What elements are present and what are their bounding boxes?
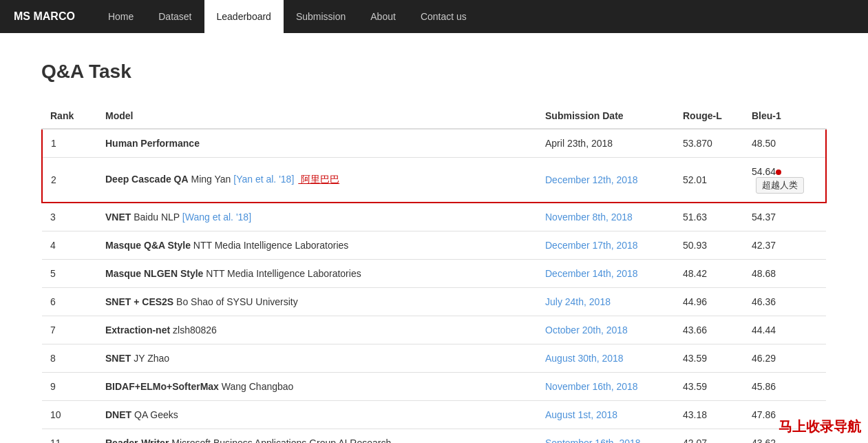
cell-rank: 10 [42,401,97,429]
cell-bleu: 54.64超越人类 [743,158,826,203]
nav-dataset[interactable]: Dataset [146,0,204,33]
cell-date[interactable]: August 30th, 2018 [537,344,675,373]
col-rouge: Rouge-L [675,103,743,129]
cell-rank: 9 [42,373,97,401]
nav-about[interactable]: About [358,0,408,33]
date-link[interactable]: December 12th, 2018 [545,174,638,185]
cell-bleu: 45.86 [743,373,826,401]
model-name: Extraction-net [105,324,170,336]
cell-bleu: 48.50 [743,129,826,158]
table-header-row: Rank Model Submission Date Rouge-L Bleu-… [42,103,826,129]
leaderboard-table: Rank Model Submission Date Rouge-L Bleu-… [41,103,827,443]
navbar: MS MARCO Home Dataset Leaderboard Submis… [0,0,868,33]
cell-rank: 4 [42,231,97,260]
table-body: 1Human PerformanceApril 23th, 201853.870… [42,129,826,443]
model-name: Masque NLGEN Style [105,268,203,279]
cell-model: SNET JY Zhao [97,344,537,373]
model-link1[interactable]: [Wang et al. '18] [180,212,251,223]
cell-rouge: 50.93 [675,231,743,260]
nav-submission[interactable]: Submission [284,0,358,33]
cell-rouge: 52.01 [675,158,743,203]
cell-rouge: 43.59 [675,373,743,401]
cell-date[interactable]: December 14th, 2018 [537,260,675,288]
model-name: Deep Cascade QA [105,174,189,185]
cell-date[interactable]: October 20th, 2018 [537,316,675,344]
cell-rank: 11 [42,429,97,444]
date-link[interactable]: September 16th, 2018 [545,437,641,443]
cell-date[interactable]: November 8th, 2018 [537,203,675,231]
model-extra: Ming Yan [189,174,231,185]
cell-model: BIDAF+ELMo+SofterMax Wang Changbao [97,373,537,401]
table-row: 8SNET JY ZhaoAugust 30th, 201843.5946.29 [42,344,826,373]
model-extra: Baidu NLP [131,212,180,223]
table-row: 7Extraction-net zlsh80826October 20th, 2… [42,316,826,344]
nav-home[interactable]: Home [96,0,146,33]
cell-rouge: 44.96 [675,288,743,316]
model-link2[interactable]: 阿里巴巴 [298,174,339,185]
col-model: Model [97,103,537,129]
cell-date[interactable]: September 16th, 2018 [537,429,675,444]
date-link[interactable]: December 17th, 2018 [545,240,638,251]
model-extra: JY Zhao [131,353,169,364]
cell-date[interactable]: December 17th, 2018 [537,231,675,260]
table-row: 6SNET + CES2S Bo Shao of SYSU University… [42,288,826,316]
model-extra: NTT Media Intelligence Laboratories [203,268,361,279]
cell-model: Human Performance [97,129,537,158]
cell-bleu: 46.29 [743,344,826,373]
model-name: DNET [105,409,131,420]
cell-rouge: 43.59 [675,344,743,373]
brand-logo: MS MARCO [14,10,75,23]
date-link[interactable]: November 16th, 2018 [545,381,638,392]
model-extra: Wang Changbao [219,381,293,392]
cell-rouge: 43.66 [675,316,743,344]
cell-model: Masque Q&A Style NTT Media Intelligence … [97,231,537,260]
table-row: 9BIDAF+ELMo+SofterMax Wang ChangbaoNovem… [42,373,826,401]
model-name: Human Performance [105,138,200,149]
cell-model: VNET Baidu NLP [Wang et al. '18] [97,203,537,231]
model-name: VNET [105,212,131,223]
cell-date: April 23th, 2018 [537,129,675,158]
cell-rouge: 51.63 [675,203,743,231]
model-name: BIDAF+ELMo+SofterMax [105,381,219,392]
cell-date[interactable]: August 1st, 2018 [537,401,675,429]
col-date: Submission Date [537,103,675,129]
cell-date[interactable]: November 16th, 2018 [537,373,675,401]
date-link[interactable]: August 1st, 2018 [545,409,617,420]
table-row: 3VNET Baidu NLP [Wang et al. '18]Novembe… [42,203,826,231]
table-row: 2Deep Cascade QA Ming Yan [Yan et al. '1… [42,158,826,203]
main-content: Q&A Task Rank Model Submission Date Roug… [0,33,868,443]
model-extra: Microsoft Business Applications Group AI… [169,437,391,443]
nav-leaderboard[interactable]: Leaderboard [204,0,284,33]
nav-items: Home Dataset Leaderboard Submission Abou… [96,0,479,33]
cell-rank: 6 [42,288,97,316]
date-link[interactable]: August 30th, 2018 [545,353,624,364]
nav-contact[interactable]: Contact us [408,0,479,33]
date-link[interactable]: December 14th, 2018 [545,268,638,279]
cell-model: Extraction-net zlsh80826 [97,316,537,344]
model-name: Masque Q&A Style [105,240,191,251]
date-link[interactable]: July 24th, 2018 [545,296,611,307]
cell-model: Reader-Writer Microsoft Business Applica… [97,429,537,444]
cell-rouge: 53.870 [675,129,743,158]
model-link1[interactable]: [Yan et al. '18] [231,174,294,185]
cell-date[interactable]: December 12th, 2018 [537,158,675,203]
cell-rank: 2 [42,158,97,203]
cell-rank: 3 [42,203,97,231]
cell-model: SNET + CES2S Bo Shao of SYSU University [97,288,537,316]
date-link[interactable]: November 8th, 2018 [545,212,633,223]
model-extra: Bo Shao of SYSU University [173,296,298,307]
cell-date[interactable]: July 24th, 2018 [537,288,675,316]
model-name: Reader-Writer [105,437,169,443]
cell-rank: 8 [42,344,97,373]
page-title: Q&A Task [41,61,827,83]
model-extra: QA Geeks [131,409,178,420]
cell-rouge: 43.18 [675,401,743,429]
model-name: SNET + CES2S [105,296,173,307]
date-link[interactable]: October 20th, 2018 [545,324,628,336]
cell-bleu: 46.36 [743,288,826,316]
cell-rouge: 48.42 [675,260,743,288]
watermark: 马上收录导航 [779,418,861,436]
leaderboard-table-wrapper: Rank Model Submission Date Rouge-L Bleu-… [41,103,827,443]
table-row: 4Masque Q&A Style NTT Media Intelligence… [42,231,826,260]
cell-bleu: 48.68 [743,260,826,288]
